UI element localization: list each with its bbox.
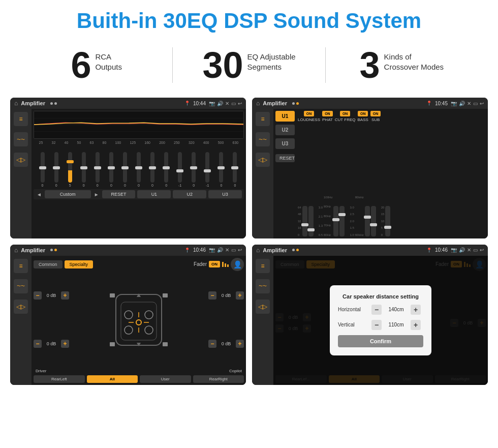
slider-thumb-0[interactable] (39, 166, 46, 169)
car-svg (106, 289, 172, 350)
home-icon[interactable]: ⌂ (14, 100, 18, 107)
vol-plus-rr[interactable]: + (236, 340, 244, 348)
btn-rearright[interactable]: RearRight (193, 375, 244, 383)
amp2-icon-2[interactable]: 〜〜 (256, 132, 270, 146)
amp2-reset-btn[interactable]: RESET (275, 154, 295, 162)
fader-on[interactable]: ON (209, 261, 220, 267)
close-icon-4[interactable]: ✕ (467, 247, 471, 253)
back-icon-3[interactable]: ↩ (238, 247, 242, 253)
dist-time: 10:46 (435, 247, 448, 253)
volume-icon-3: 🔊 (217, 247, 223, 253)
fader-icon-2[interactable]: 〜〜 (14, 279, 28, 293)
vol-minus-rl[interactable]: − (34, 340, 42, 348)
vertical-plus[interactable]: + (411, 320, 421, 330)
btn-rearleft[interactable]: RearLeft (34, 375, 85, 383)
horizontal-plus[interactable]: + (411, 305, 421, 315)
vol-minus-fr[interactable]: − (208, 291, 216, 300)
slider-thumb-2[interactable] (67, 160, 74, 163)
vert-track-2[interactable] (308, 206, 314, 236)
vert-track-4[interactable] (339, 206, 345, 236)
close-icon-3[interactable]: ✕ (225, 247, 229, 253)
tab-common[interactable]: Common (34, 260, 63, 268)
vol-plus-fr[interactable]: + (236, 291, 244, 300)
right-vol-controls: − 0 dB + − 0 dB + (208, 273, 244, 367)
vol-plus-rl[interactable]: + (61, 340, 69, 348)
dialog-horizontal-row: Horizontal − 140cm + (338, 305, 423, 315)
eq-custom-btn[interactable]: Custom (45, 190, 91, 198)
eq-icon-2[interactable]: 〜〜 (14, 132, 28, 146)
eq-status-icons: 📷 🔊 ✕ ▭ ↩ (209, 101, 242, 106)
tab-specialty[interactable]: Specialty (65, 260, 94, 268)
amp2-icon-1[interactable]: ≡ (256, 112, 270, 126)
stat-rca: 6 RCA Outputs (30, 47, 162, 83)
vol-minus-fl[interactable]: − (34, 291, 42, 300)
fader-icon-1[interactable]: ≡ (14, 259, 28, 273)
fader-sidebar: ≡ 〜〜 ◁▷ (10, 256, 32, 385)
home-icon-3[interactable]: ⌂ (14, 247, 18, 254)
eq-u3-btn[interactable]: U3 (208, 190, 242, 198)
eq-sliders: 0 0 5 0 0 (34, 146, 244, 187)
fader-position-labels: Driver Copilot (34, 369, 244, 373)
eq-icon-3[interactable]: ◁▷ (14, 153, 28, 167)
volume-icon-2: 🔊 (459, 101, 465, 106)
vol-plus-fl[interactable]: + (61, 291, 69, 300)
phat-on[interactable]: ON (322, 111, 333, 116)
preset-u2[interactable]: U2 (275, 125, 295, 135)
back-icon-2[interactable]: ↩ (480, 101, 484, 106)
home-icon-2[interactable]: ⌂ (256, 100, 260, 107)
vert-track-1[interactable] (302, 206, 307, 236)
eq-prev-btn[interactable]: ◄ (36, 192, 43, 197)
vert-track-7[interactable] (385, 206, 390, 236)
eq-u1-btn[interactable]: U1 (137, 190, 171, 198)
eq-screen: ⌂ Amplifier 📍 10:44 📷 🔊 ✕ ▭ ↩ ≡ 〜〜 ◁▷ (10, 98, 246, 238)
eq-next-btn[interactable]: ► (93, 192, 100, 197)
stat-text-rca: RCA Outputs (95, 47, 122, 72)
minimize-icon-3[interactable]: ▭ (231, 247, 236, 253)
fader-icon-3[interactable]: ◁▷ (14, 300, 28, 314)
toggle-bass: ON BASS (358, 111, 368, 122)
preset-u3[interactable]: U3 (275, 138, 295, 149)
left-vol-controls: − 0 dB + − 0 dB + (34, 273, 69, 367)
bass-on[interactable]: ON (358, 111, 368, 116)
eq-icon-1[interactable]: ≡ (14, 112, 28, 126)
vol-minus-rr[interactable]: − (208, 340, 216, 348)
eq-reset-btn[interactable]: RESET (102, 190, 136, 198)
minimize-icon-2[interactable]: ▭ (473, 101, 478, 106)
home-icon-4[interactable]: ⌂ (256, 247, 260, 254)
dist-status-bar: ⌂ Amplifier 📍 10:46 📷 🔊 ✕ ▭ ↩ (252, 245, 488, 256)
btn-all[interactable]: All (87, 375, 138, 383)
amp2-sliders-row: 64 48 32 16 0 (298, 124, 486, 236)
vert-track-3[interactable] (333, 206, 338, 236)
dist-icon-1[interactable]: ≡ (256, 259, 270, 273)
cutfreq-on[interactable]: ON (340, 111, 351, 116)
dist-icon-2[interactable]: 〜〜 (256, 279, 270, 293)
horizontal-minus[interactable]: − (371, 305, 382, 315)
close-icon-2[interactable]: ✕ (467, 101, 471, 106)
slider-thumb-1[interactable] (53, 166, 60, 169)
slider-track-1[interactable] (54, 152, 58, 183)
back-icon[interactable]: ↩ (238, 101, 242, 106)
btn-user[interactable]: User (140, 375, 191, 383)
minimize-icon-4[interactable]: ▭ (473, 247, 478, 253)
dot1 (50, 102, 53, 105)
stat-number-rca: 6 (71, 47, 91, 83)
confirm-button[interactable]: Confirm (338, 335, 423, 347)
loudness-on[interactable]: ON (304, 111, 315, 116)
vertical-minus[interactable]: − (371, 320, 382, 330)
fader-screen-title: Amplifier (21, 247, 45, 253)
location-icon-3: 📍 (184, 248, 190, 253)
sub-on[interactable]: ON (370, 111, 381, 116)
preset-u1[interactable]: U1 (275, 111, 295, 122)
dist-icon-3[interactable]: ◁▷ (256, 300, 270, 314)
slider-track-0[interactable] (41, 152, 45, 183)
eq-u2-btn[interactable]: U2 (173, 190, 206, 198)
svg-point-7 (145, 311, 153, 319)
close-icon[interactable]: ✕ (225, 101, 229, 106)
person-icon[interactable]: 👤 (231, 258, 244, 271)
amp2-time: 10:45 (435, 101, 448, 106)
amp2-icon-3[interactable]: ◁▷ (256, 153, 270, 167)
minimize-icon[interactable]: ▭ (231, 101, 236, 106)
back-icon-4[interactable]: ↩ (480, 247, 484, 253)
vert-track-6[interactable] (371, 206, 376, 236)
vert-track-5[interactable] (365, 206, 370, 236)
